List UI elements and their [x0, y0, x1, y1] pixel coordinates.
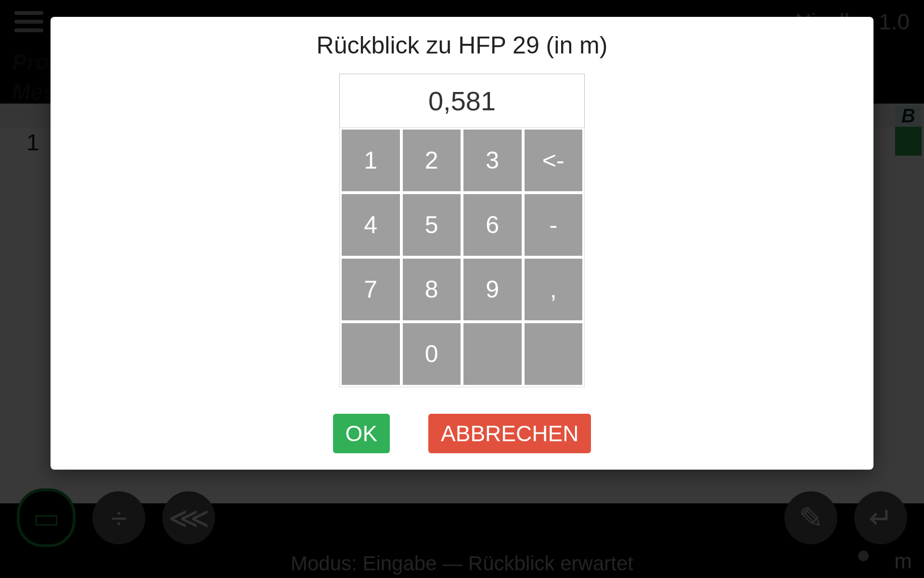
key-backspace[interactable]: <- [525, 130, 583, 191]
key-5[interactable]: 5 [403, 194, 461, 256]
key-blank-right-2[interactable] [525, 323, 583, 385]
key-4[interactable]: 4 [342, 194, 400, 256]
key-1[interactable]: 1 [342, 130, 400, 191]
numeric-display: 0,581 [339, 74, 585, 127]
cancel-button[interactable]: ABBRECHEN [428, 414, 591, 453]
numeric-keypad: 1 2 3 <- 4 5 6 - 7 8 9 , 0 [339, 127, 585, 387]
key-7[interactable]: 7 [342, 259, 400, 320]
key-2[interactable]: 2 [403, 130, 461, 191]
key-8[interactable]: 8 [403, 259, 461, 320]
keypad-wrapper: 0,581 1 2 3 <- 4 5 6 - 7 8 9 , 0 [339, 74, 585, 387]
modal-title: Rückblick zu HFP 29 (in m) [317, 31, 608, 59]
modal-actions: OK ABBRECHEN [333, 414, 591, 453]
key-blank-right-1[interactable] [463, 323, 522, 385]
key-minus[interactable]: - [525, 194, 583, 256]
numeric-entry-modal: Rückblick zu HFP 29 (in m) 0,581 1 2 3 <… [51, 17, 873, 470]
key-3[interactable]: 3 [463, 130, 522, 191]
key-blank-left[interactable] [342, 323, 400, 385]
ok-button[interactable]: OK [333, 414, 390, 453]
key-9[interactable]: 9 [463, 259, 522, 320]
key-6[interactable]: 6 [463, 194, 522, 256]
key-comma[interactable]: , [525, 259, 583, 320]
key-0[interactable]: 0 [403, 323, 461, 385]
